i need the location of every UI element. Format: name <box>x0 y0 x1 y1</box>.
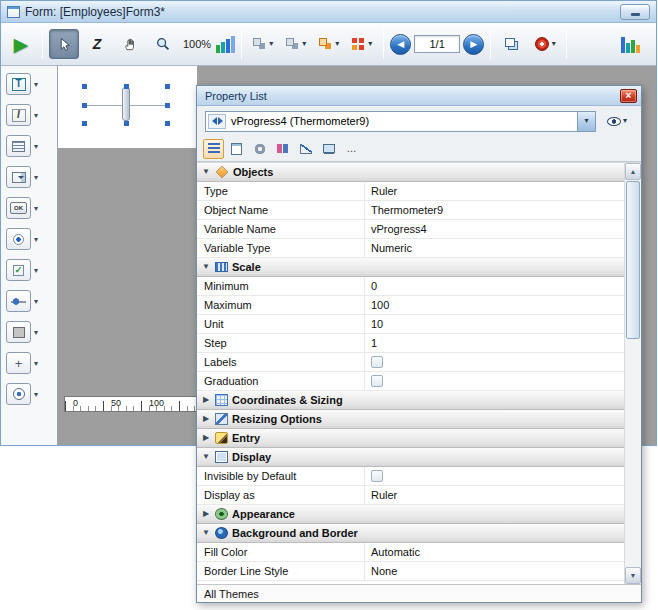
property-value[interactable] <box>365 467 624 485</box>
tab-properties[interactable] <box>203 139 224 159</box>
section-header-appearance[interactable]: ▶Appearance <box>197 505 624 524</box>
expand-triangle-icon[interactable]: ▶ <box>201 415 211 423</box>
tab-gear[interactable] <box>249 139 270 159</box>
radio-button-dropdown[interactable]: ▾ <box>34 235 38 244</box>
combo-box-dropdown[interactable]: ▾ <box>34 173 38 182</box>
property-list-titlebar[interactable]: Property List × <box>197 86 641 106</box>
duplicate-matrix-menu-button[interactable]: ▾ <box>347 29 377 59</box>
window-titlebar[interactable]: Form: [Employees]Form3* <box>1 1 656 23</box>
tab-objects[interactable] <box>272 139 293 159</box>
next-page-button[interactable]: ▶ <box>463 34 484 55</box>
slider-tool-button[interactable] <box>6 290 31 312</box>
collapse-triangle-icon[interactable]: ▼ <box>201 529 211 537</box>
combo-box-tool-button[interactable] <box>6 166 31 188</box>
checkbox[interactable] <box>371 356 383 368</box>
button-tool-button[interactable]: OK <box>6 197 31 219</box>
tab-control-tool-button[interactable] <box>6 383 31 405</box>
collapse-triangle-icon[interactable]: ▼ <box>201 453 211 461</box>
splitter-tool-button[interactable]: + <box>6 352 31 374</box>
expand-triangle-icon[interactable]: ▶ <box>201 396 211 404</box>
scrollbar-track[interactable] <box>625 181 641 566</box>
property-value[interactable]: vProgress4 <box>365 220 624 238</box>
align-menu-button[interactable]: ▾ <box>248 29 278 59</box>
previous-page-button[interactable]: ◀ <box>390 34 411 55</box>
pointer-tool-button[interactable] <box>49 29 79 59</box>
property-value[interactable]: Automatic <box>365 543 624 561</box>
section-header-coordinates-sizing[interactable]: ▶Coordinates & Sizing <box>197 391 624 410</box>
selection-handle[interactable] <box>82 84 87 89</box>
hand-tool-button[interactable] <box>115 29 145 59</box>
property-value[interactable]: None <box>365 562 624 580</box>
close-button[interactable]: × <box>620 89 637 103</box>
list-box-dropdown[interactable]: ▾ <box>34 142 38 151</box>
level-menu-button[interactable]: ▾ <box>314 29 344 59</box>
selection-handle[interactable] <box>124 84 129 89</box>
form-page[interactable] <box>58 66 197 148</box>
check-box-tool-button[interactable]: ✓ <box>6 259 31 281</box>
text-tool-button[interactable]: T <box>6 73 31 95</box>
input-tool-button[interactable]: I <box>6 104 31 126</box>
radio-button-tool-button[interactable] <box>6 228 31 250</box>
section-header-entry[interactable]: ▶Entry <box>197 429 624 448</box>
property-value[interactable]: Numeric <box>365 239 624 257</box>
button-dropdown[interactable]: ▾ <box>34 204 38 213</box>
tab-control-dropdown[interactable]: ▾ <box>34 390 38 399</box>
form-pages-button[interactable] <box>497 29 527 59</box>
tab-more[interactable]: … <box>341 139 362 159</box>
property-value[interactable]: Ruler <box>365 182 624 200</box>
property-value[interactable]: Thermometer9 <box>365 201 624 219</box>
zoom-bars-icon[interactable] <box>216 35 235 53</box>
property-value[interactable] <box>365 353 624 371</box>
property-value[interactable]: 1 <box>365 334 624 352</box>
run-form-button[interactable]: ▶ <box>6 29 36 59</box>
collapse-triangle-icon[interactable]: ▼ <box>201 263 211 271</box>
input-dropdown[interactable]: ▾ <box>34 111 38 120</box>
zorder-tool-button[interactable]: Z <box>82 29 112 59</box>
checkbox[interactable] <box>371 470 383 482</box>
text-dropdown[interactable]: ▾ <box>34 80 38 89</box>
property-value[interactable]: 100 <box>365 296 624 314</box>
minimize-button[interactable] <box>620 4 650 20</box>
object-selector[interactable]: vProgress4 (Thermometer9) ▾ <box>205 111 596 132</box>
scroll-down-button[interactable]: ▼ <box>625 567 641 584</box>
expand-triangle-icon[interactable]: ▶ <box>201 434 211 442</box>
section-header-background-and-border[interactable]: ▼Background and Border <box>197 524 624 543</box>
rectangle-dropdown[interactable]: ▾ <box>34 328 38 337</box>
collapse-triangle-icon[interactable]: ▼ <box>201 168 211 176</box>
library-button[interactable] <box>615 29 645 59</box>
section-header-display[interactable]: ▼Display <box>197 448 624 467</box>
selection-handle[interactable] <box>82 121 87 126</box>
thermometer-widget[interactable] <box>122 87 130 121</box>
checkbox[interactable] <box>371 375 383 387</box>
distribute-menu-button[interactable]: ▾ <box>281 29 311 59</box>
view-options-button[interactable]: ▾ <box>601 111 633 131</box>
property-value[interactable] <box>365 372 624 390</box>
themes-footer[interactable]: All Themes <box>197 584 641 602</box>
selection-handle[interactable] <box>165 84 170 89</box>
selection-handle[interactable] <box>82 103 87 108</box>
scrollbar-thumb[interactable] <box>626 181 640 339</box>
section-header-scale[interactable]: ▼Scale <box>197 258 624 277</box>
tab-page[interactable] <box>226 139 247 159</box>
tab-display[interactable] <box>318 139 339 159</box>
rectangle-tool-button[interactable] <box>6 321 31 343</box>
property-value[interactable]: 0 <box>365 277 624 295</box>
splitter-dropdown[interactable]: ▾ <box>34 359 38 368</box>
slider-dropdown[interactable]: ▾ <box>34 297 38 306</box>
expand-triangle-icon[interactable]: ▶ <box>201 510 211 518</box>
selection-handle[interactable] <box>124 121 129 126</box>
selected-ruler-widget[interactable] <box>82 84 170 126</box>
zoom-tool-button[interactable] <box>148 29 178 59</box>
run-options-button[interactable]: ▾ <box>530 29 560 59</box>
scroll-up-button[interactable]: ▲ <box>625 163 641 180</box>
section-header-resizing-options[interactable]: ▶Resizing Options <box>197 410 624 429</box>
property-value[interactable]: Ruler <box>365 486 624 504</box>
scrollbar[interactable]: ▲ ▼ <box>624 163 641 584</box>
tab-chart[interactable] <box>295 139 316 159</box>
selection-handle[interactable] <box>165 103 170 108</box>
section-header-objects[interactable]: ▼Objects <box>197 163 624 182</box>
list-box-tool-button[interactable] <box>6 135 31 157</box>
check-box-dropdown[interactable]: ▾ <box>34 266 38 275</box>
selection-handle[interactable] <box>165 121 170 126</box>
property-value[interactable]: 10 <box>365 315 624 333</box>
